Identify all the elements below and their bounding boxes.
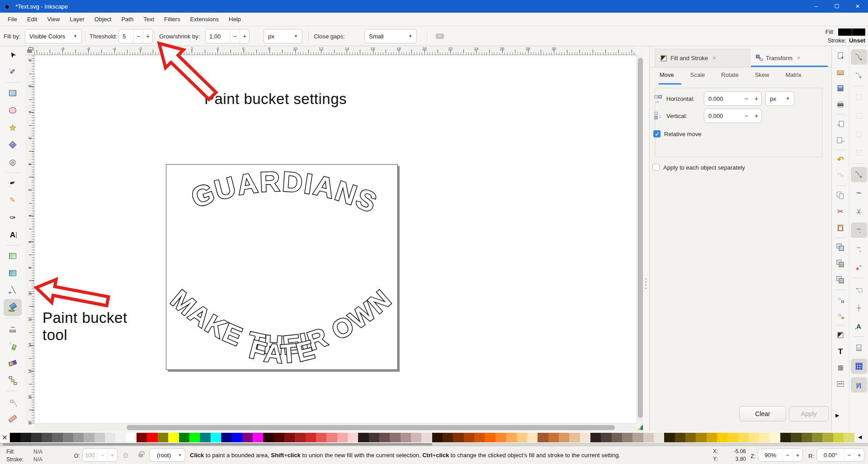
paint-bucket-tool[interactable] xyxy=(4,299,22,316)
no-color-swatch[interactable]: ✕ xyxy=(0,433,10,442)
decrement-button[interactable]: − xyxy=(783,449,793,461)
tab-transform[interactable]: ↻ Transform✕ xyxy=(751,49,828,67)
color-swatch[interactable] xyxy=(453,433,463,442)
snap-grid-icon[interactable] xyxy=(851,359,867,374)
decrement-button[interactable]: − xyxy=(741,109,751,123)
color-swatch[interactable] xyxy=(20,433,31,442)
color-swatch[interactable] xyxy=(137,433,147,442)
menu-extensions[interactable]: Extensions xyxy=(185,13,224,26)
color-swatch[interactable] xyxy=(52,433,62,442)
close-button[interactable]: ✕ xyxy=(847,0,868,13)
menu-file[interactable]: File xyxy=(3,13,22,26)
color-swatch[interactable] xyxy=(780,433,791,442)
palette-scroll-left-icon[interactable]: ◀ xyxy=(858,434,862,440)
snap-bbox-corners-icon[interactable]: ▪ xyxy=(851,108,867,123)
color-swatch[interactable] xyxy=(73,433,84,442)
copy-icon[interactable] xyxy=(834,189,847,202)
color-swatch[interactable] xyxy=(411,433,421,442)
menu-text[interactable]: Text xyxy=(138,13,159,26)
color-swatch[interactable] xyxy=(601,433,611,442)
menu-help[interactable]: Help xyxy=(224,13,246,26)
color-swatch[interactable] xyxy=(84,433,94,442)
color-swatch[interactable] xyxy=(63,433,73,442)
star-tool[interactable]: ★☆ xyxy=(4,119,22,136)
color-swatch[interactable] xyxy=(274,433,284,442)
reset-defaults-icon[interactable]: ✕ xyxy=(435,33,445,39)
color-swatch[interactable] xyxy=(559,433,569,442)
menu-object[interactable]: Object xyxy=(90,13,117,26)
snap-bbox-edge-midpoints-icon[interactable]: ▪ xyxy=(851,127,867,142)
import-icon[interactable]: → xyxy=(834,117,847,131)
snap-cusp-nodes-icon[interactable]: ~▪ xyxy=(851,223,867,238)
maximize-button[interactable]: ☐ xyxy=(826,0,847,13)
menu-layer[interactable]: Layer xyxy=(65,13,90,26)
transform-tab-move[interactable]: Move xyxy=(660,71,674,78)
color-swatch[interactable] xyxy=(696,433,706,442)
zoom-tool[interactable]: ○╲ xyxy=(4,393,22,410)
snap-object-centers-icon[interactable]: ┼ xyxy=(851,300,867,315)
increment-button[interactable]: + xyxy=(751,109,761,123)
spray-tool[interactable]: ∴ xyxy=(4,337,22,355)
color-swatch[interactable] xyxy=(675,433,685,442)
color-swatch[interactable] xyxy=(485,433,495,442)
color-swatch[interactable] xyxy=(791,433,801,442)
ellipse-tool[interactable] xyxy=(4,102,22,119)
snap-path-intersections-icon[interactable]: ─╳ xyxy=(851,204,867,219)
xml-editor-icon[interactable]: <> xyxy=(834,377,847,391)
layer-lock-icon[interactable] xyxy=(138,454,143,457)
color-swatch[interactable] xyxy=(326,433,337,442)
tweak-tool[interactable]: ~ xyxy=(4,320,22,337)
paste-icon[interactable] xyxy=(834,221,847,235)
status-fill-value[interactable]: N/A xyxy=(33,449,42,455)
color-swatch[interactable] xyxy=(147,433,157,442)
color-swatch[interactable] xyxy=(306,433,316,442)
threshold-spinbox[interactable]: 5 − + xyxy=(118,29,153,43)
clear-button[interactable]: Clear xyxy=(739,406,786,421)
menu-filters[interactable]: Filters xyxy=(159,13,185,26)
decrement-button[interactable]: − xyxy=(741,92,751,105)
relative-move-checkbox[interactable] xyxy=(653,130,660,137)
increment-button[interactable]: + xyxy=(107,449,117,461)
fill-swatch[interactable] xyxy=(838,28,865,36)
color-swatch[interactable] xyxy=(727,433,738,442)
grow-unit-dropdown[interactable]: px▼ xyxy=(264,29,302,43)
snap-paths-icon[interactable]: ~ xyxy=(851,185,867,201)
fill-stroke-dialog-icon[interactable]: ✎ xyxy=(834,328,847,342)
color-swatch[interactable] xyxy=(844,433,854,442)
scrollbar-thumb[interactable] xyxy=(127,425,615,430)
rotation-spinbox[interactable]: 0.00° − + xyxy=(816,448,864,462)
increment-button[interactable]: + xyxy=(793,449,802,461)
snap-nodes-icon[interactable]: ▪╲● xyxy=(851,167,867,182)
snap-guides-icon[interactable]: |/| xyxy=(851,377,867,393)
menu-view[interactable]: View xyxy=(42,13,65,26)
pencil-tool[interactable]: ✎ xyxy=(4,192,22,209)
zoom-spinbox[interactable]: 90% − + xyxy=(758,448,803,462)
palette-scrollbar[interactable] xyxy=(0,443,868,446)
clone-icon[interactable] xyxy=(834,257,847,270)
color-swatch[interactable] xyxy=(770,433,780,442)
node-tool[interactable]: ✐▪ xyxy=(4,63,22,80)
color-swatch[interactable] xyxy=(221,433,231,442)
color-swatch[interactable] xyxy=(495,433,506,442)
mesh-gradient-tool[interactable] xyxy=(4,265,22,282)
gradient-tool[interactable] xyxy=(4,247,22,265)
decrement-button[interactable]: − xyxy=(230,29,240,43)
close-gaps-dropdown[interactable]: Small▼ xyxy=(364,29,417,43)
color-swatch[interactable] xyxy=(474,433,485,442)
open-file-icon[interactable] xyxy=(834,65,847,79)
snap-bounding-box-icon[interactable]: ▪╲● xyxy=(851,68,867,83)
opacity-spinbox[interactable]: 100 − + xyxy=(82,448,118,462)
apply-button[interactable]: Apply xyxy=(789,406,829,421)
new-document-icon[interactable]: + xyxy=(834,49,847,62)
color-swatch[interactable] xyxy=(643,433,654,442)
unlink-clone-icon[interactable] xyxy=(834,273,847,287)
fill-by-dropdown[interactable]: Visible Colors▼ xyxy=(25,29,82,43)
transform-tab-rotate[interactable]: Rotate xyxy=(721,71,738,78)
unit-dropdown[interactable]: px▼ xyxy=(765,91,794,106)
select-original-icon[interactable]: ○ xyxy=(834,293,847,306)
scrollbar-thumb[interactable] xyxy=(3,443,432,445)
color-swatch[interactable] xyxy=(822,433,833,442)
vertical-ruler[interactable]: -8-6-4-202468101214161820 xyxy=(25,55,34,423)
color-swatch[interactable] xyxy=(369,433,379,442)
color-managed-view-icon[interactable] xyxy=(637,425,643,430)
